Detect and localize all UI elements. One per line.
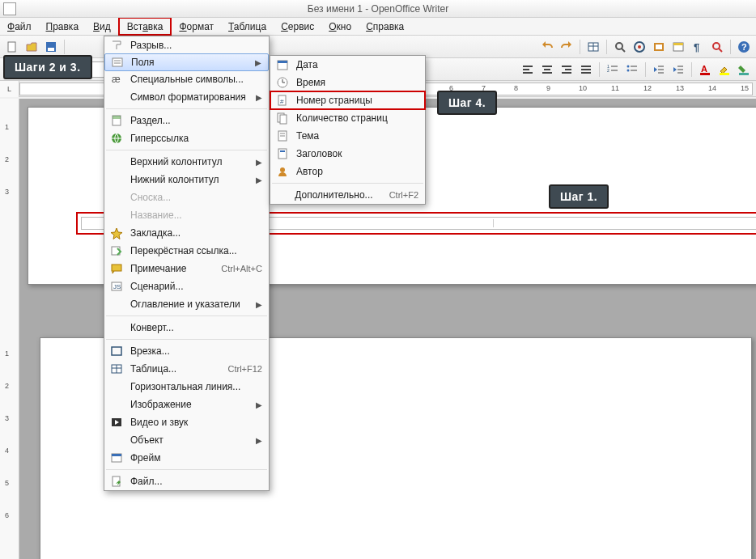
ruler-tick: 9 xyxy=(546,84,550,92)
fields-icon xyxy=(108,53,126,71)
insert-hyperlink[interactable]: Гиперссылка xyxy=(104,129,269,147)
zoom-button[interactable] xyxy=(708,38,726,56)
insert-special-char[interactable]: æ Специальные символы... xyxy=(104,70,269,88)
menu-edit[interactable]: Правка xyxy=(39,18,87,35)
increase-indent-button[interactable] xyxy=(669,61,687,78)
background-color-button[interactable] xyxy=(735,61,753,78)
vertical-ruler[interactable]: 1 2 3 1 2 3 4 5 6 xyxy=(0,99,19,559)
svg-rect-82 xyxy=(278,149,287,159)
insert-file[interactable]: Файл... xyxy=(104,472,269,490)
insert-comment[interactable]: Примечание Ctrl+Alt+C xyxy=(104,260,269,277)
insert-footnote: Сноска... xyxy=(104,188,269,206)
subject-icon xyxy=(274,127,291,145)
menu-view[interactable]: Вид xyxy=(86,18,118,35)
submenu-arrow-icon: ▶ xyxy=(256,300,262,309)
table-icon xyxy=(108,360,125,378)
submenu-arrow-icon: ▶ xyxy=(256,436,262,445)
svg-rect-2 xyxy=(48,48,54,51)
ruler-tick: 11 xyxy=(611,84,619,92)
submenu-arrow-icon: ▶ xyxy=(256,176,262,184)
svg-rect-71 xyxy=(278,61,287,63)
highlight-button[interactable] xyxy=(716,61,733,78)
menu-insert[interactable]: Вставка xyxy=(118,17,172,36)
insert-table[interactable]: Таблица... Ctrl+F12 xyxy=(104,360,269,378)
ruler-tick: 13 xyxy=(676,84,684,92)
insert-image[interactable]: Изображение ▶ xyxy=(104,396,269,413)
insert-header[interactable]: Верхний колонтитул ▶ xyxy=(104,153,269,171)
insert-envelope[interactable]: Конверт... xyxy=(104,319,269,337)
help-button[interactable]: ? xyxy=(735,38,753,56)
open-button[interactable] xyxy=(23,38,40,56)
ruler-tick: 12 xyxy=(643,84,652,92)
insert-bookmark[interactable]: Закладка... xyxy=(104,224,269,242)
callout-steps-2-3: Шаги 2 и 3. xyxy=(3,55,92,79)
media-icon xyxy=(108,413,125,431)
table-button[interactable] xyxy=(584,38,602,56)
footer-tab-marker xyxy=(493,219,494,227)
redo-button[interactable] xyxy=(558,38,575,56)
field-subject[interactable]: Тема xyxy=(270,127,425,145)
submenu-arrow-icon: ▶ xyxy=(256,93,262,102)
new-doc-button[interactable] xyxy=(3,38,21,56)
field-author[interactable]: Автор xyxy=(270,163,425,180)
menu-file[interactable]: Файл xyxy=(0,18,39,35)
svg-point-38 xyxy=(627,69,630,71)
svg-line-16 xyxy=(719,49,722,52)
gallery-button[interactable] xyxy=(650,38,668,56)
field-title[interactable]: Заголовок xyxy=(270,145,425,163)
save-button[interactable] xyxy=(42,38,60,56)
svg-rect-50 xyxy=(739,73,749,75)
insert-media[interactable]: Видео и звук xyxy=(104,413,269,431)
toolbar-separator xyxy=(580,40,580,54)
field-page-number[interactable]: # Номер страницы xyxy=(270,91,425,109)
find-button[interactable] xyxy=(611,38,629,56)
field-date[interactable]: Дата xyxy=(270,56,425,74)
menu-help[interactable]: Справка xyxy=(359,18,411,35)
menu-separator xyxy=(106,469,267,470)
font-color-button[interactable]: A xyxy=(696,61,714,78)
ruler-corner: L xyxy=(0,81,19,97)
insert-frame[interactable]: Врезка... xyxy=(104,342,269,360)
bullets-button[interactable] xyxy=(623,61,641,78)
field-other[interactable]: Дополнительно... Ctrl+F2 xyxy=(270,186,425,204)
datasources-button[interactable] xyxy=(669,38,687,56)
menu-window[interactable]: Окно xyxy=(321,18,359,35)
nonprinting-button[interactable]: ¶ xyxy=(689,38,707,56)
svg-rect-83 xyxy=(280,150,285,152)
insert-footer[interactable]: Нижний колонтитул ▶ xyxy=(104,171,269,188)
undo-button[interactable] xyxy=(538,38,556,56)
svg-rect-0 xyxy=(8,42,15,52)
align-right-button[interactable] xyxy=(558,61,575,78)
insert-crossref[interactable]: Перекрёстная ссылка... xyxy=(104,242,269,260)
field-page-count[interactable]: Количество страниц xyxy=(270,109,425,127)
fields-submenu: Дата Время # Номер страницы Количество с… xyxy=(270,55,426,205)
align-justify-button[interactable] xyxy=(577,61,595,78)
menu-format[interactable]: Формат xyxy=(172,18,221,35)
menu-separator xyxy=(106,315,267,316)
align-center-button[interactable] xyxy=(538,61,556,78)
insert-formatting-mark[interactable]: Символ форматирования ▶ xyxy=(104,88,269,106)
insert-object[interactable]: Объект ▶ xyxy=(104,431,269,449)
align-left-button[interactable] xyxy=(519,61,537,78)
author-icon xyxy=(274,163,291,180)
insert-break[interactable]: Разрыв... xyxy=(104,36,269,54)
svg-line-7 xyxy=(622,49,625,52)
svg-point-37 xyxy=(627,65,630,67)
svg-point-9 xyxy=(638,45,641,49)
insert-script[interactable]: JS Сценарий... xyxy=(104,277,269,295)
field-time[interactable]: Время xyxy=(270,74,425,91)
insert-floating-frame[interactable]: Фрейм xyxy=(104,449,269,467)
insert-fields[interactable]: Поля ▶ xyxy=(104,53,269,71)
break-icon xyxy=(108,36,125,54)
menu-tools[interactable]: Сервис xyxy=(274,18,321,35)
svg-text:?: ? xyxy=(741,42,747,52)
insert-indexes[interactable]: Оглавление и указатели ▶ xyxy=(104,295,269,313)
svg-rect-11 xyxy=(656,44,662,49)
numbering-button[interactable]: 12 xyxy=(604,61,622,78)
decrease-indent-button[interactable] xyxy=(650,61,668,78)
menu-table[interactable]: Таблица xyxy=(221,18,274,35)
insert-hrule[interactable]: Горизонтальная линия... xyxy=(104,378,269,396)
insert-section[interactable]: Раздел... xyxy=(104,112,269,129)
navigator-button[interactable] xyxy=(631,38,648,56)
svg-rect-51 xyxy=(113,58,122,66)
